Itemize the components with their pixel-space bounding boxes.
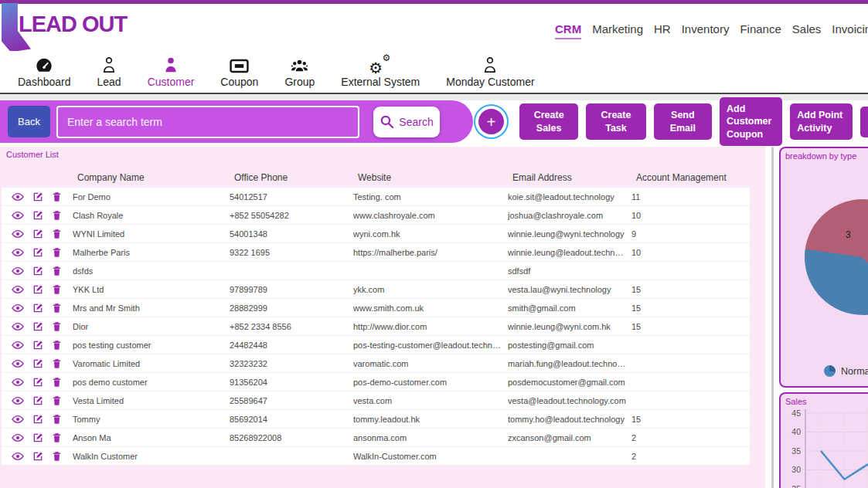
module-nav-label: Customer bbox=[148, 76, 195, 88]
view-icon[interactable] bbox=[12, 396, 24, 405]
scrollbar-thumb[interactable] bbox=[771, 147, 774, 488]
website-cell: WalkIn-Customer.com bbox=[353, 452, 508, 461]
edit-icon[interactable] bbox=[32, 358, 43, 369]
edit-icon[interactable] bbox=[32, 303, 43, 313]
delete-icon[interactable] bbox=[52, 210, 62, 221]
create-task-button[interactable]: Create Task bbox=[586, 103, 645, 140]
partial-action-button[interactable] bbox=[860, 107, 868, 137]
search-input[interactable] bbox=[56, 106, 359, 138]
add-button[interactable]: + bbox=[478, 109, 504, 134]
top-nav-sales[interactable]: Sales bbox=[792, 22, 822, 39]
app-logo[interactable]: LEAD OUT bbox=[2, 2, 127, 53]
delete-icon[interactable] bbox=[52, 321, 62, 332]
edit-icon[interactable] bbox=[32, 266, 43, 276]
breakdown-title: breakdown by type bbox=[781, 148, 868, 161]
edit-icon[interactable] bbox=[32, 451, 43, 462]
top-nav-inventory[interactable]: Inventory bbox=[682, 22, 730, 39]
view-icon[interactable] bbox=[12, 229, 24, 239]
company-cell: Anson Ma bbox=[73, 433, 230, 442]
view-icon[interactable] bbox=[12, 192, 24, 202]
account-cell: 15 bbox=[631, 322, 744, 331]
edit-icon[interactable] bbox=[32, 247, 43, 258]
table-header: Company Name Office Phone Website Email … bbox=[6, 172, 754, 183]
table-row: pos demo customer91356204pos-demo-custom… bbox=[2, 373, 750, 391]
add-customer-coupon-button[interactable]: Add Customer Coupon bbox=[720, 97, 782, 146]
row-actions bbox=[2, 284, 73, 295]
delete-icon[interactable] bbox=[52, 191, 62, 202]
phone-cell: 85692014 bbox=[230, 415, 353, 424]
edit-icon[interactable] bbox=[32, 210, 43, 221]
top-nav-invoicing[interactable]: Invoicing bbox=[832, 22, 868, 39]
phone-cell: 25589647 bbox=[230, 396, 353, 405]
phone-cell: 85268922008 bbox=[230, 433, 353, 442]
svg-text:35: 35 bbox=[791, 446, 801, 456]
view-icon[interactable] bbox=[12, 248, 24, 257]
edit-icon[interactable] bbox=[32, 229, 43, 239]
table-row: For Demo54012517Testing. comkoie.sit@lea… bbox=[2, 188, 750, 205]
phone-cell: 9322 1695 bbox=[230, 248, 353, 257]
send-email-button[interactable]: Send Email bbox=[654, 103, 712, 140]
view-icon[interactable] bbox=[12, 211, 24, 220]
edit-icon[interactable] bbox=[32, 191, 43, 202]
module-nav-label: Monday Customer bbox=[446, 76, 534, 88]
edit-icon[interactable] bbox=[32, 377, 43, 388]
top-nav-crm[interactable]: CRM bbox=[555, 22, 581, 39]
column-header: Website bbox=[358, 172, 512, 183]
edit-icon[interactable] bbox=[32, 395, 43, 406]
delete-icon[interactable] bbox=[52, 451, 62, 462]
view-icon[interactable] bbox=[12, 322, 24, 331]
delete-icon[interactable] bbox=[52, 395, 62, 406]
delete-icon[interactable] bbox=[52, 284, 62, 295]
module-nav-group[interactable]: Group bbox=[271, 56, 328, 88]
coupon-icon bbox=[230, 56, 249, 73]
module-nav-dashboard[interactable]: Dashboard bbox=[5, 56, 84, 88]
delete-icon[interactable] bbox=[52, 303, 62, 313]
view-icon[interactable] bbox=[12, 378, 24, 387]
edit-icon[interactable] bbox=[32, 414, 43, 425]
svg-text:25: 25 bbox=[791, 484, 801, 488]
delete-icon[interactable] bbox=[52, 247, 62, 258]
add-point-activity-button[interactable]: Add Point Activity bbox=[790, 103, 853, 140]
table-row: YKK Ltd97899789ykk.comvesta.lau@wyni.tec… bbox=[2, 280, 750, 298]
view-icon[interactable] bbox=[12, 341, 24, 350]
edit-icon[interactable] bbox=[32, 340, 43, 351]
delete-icon[interactable] bbox=[52, 266, 62, 276]
view-icon[interactable] bbox=[12, 285, 24, 294]
delete-icon[interactable] bbox=[52, 377, 62, 388]
pie-legend[interactable]: Normal bbox=[824, 365, 868, 377]
top-nav-finance[interactable]: Finance bbox=[740, 22, 781, 39]
search-button[interactable]: Search bbox=[373, 107, 440, 137]
company-cell: For Demo bbox=[73, 192, 230, 202]
row-actions bbox=[2, 451, 73, 462]
module-nav-external-system[interactable]: ⚙⚙ External System bbox=[328, 56, 433, 88]
pie-legend-label: Normal bbox=[841, 366, 868, 377]
edit-icon[interactable] bbox=[32, 284, 43, 295]
view-icon[interactable] bbox=[12, 266, 24, 276]
breakdown-panel: breakdown by type 3 Normal bbox=[779, 147, 868, 388]
view-icon[interactable] bbox=[12, 433, 24, 442]
module-nav-customer[interactable]: Customer bbox=[134, 56, 208, 88]
delete-icon[interactable] bbox=[52, 432, 62, 443]
delete-icon[interactable] bbox=[52, 414, 62, 425]
top-nav-hr[interactable]: HR bbox=[654, 22, 671, 39]
view-icon[interactable] bbox=[12, 415, 24, 424]
row-actions bbox=[2, 377, 73, 388]
delete-icon[interactable] bbox=[52, 340, 62, 351]
module-nav-monday-customer[interactable]: Monday Customer bbox=[433, 56, 547, 88]
create-sales-button[interactable]: Create Sales bbox=[519, 103, 578, 140]
back-button[interactable]: Back bbox=[8, 106, 50, 137]
delete-icon[interactable] bbox=[52, 229, 62, 239]
website-cell: pos-testing-customer@leadout.technology bbox=[353, 341, 508, 350]
view-icon[interactable] bbox=[12, 303, 24, 313]
top-nav-marketing[interactable]: Marketing bbox=[592, 22, 643, 39]
module-nav-lead[interactable]: Lead bbox=[84, 56, 134, 88]
delete-icon[interactable] bbox=[52, 358, 62, 369]
view-icon[interactable] bbox=[12, 359, 24, 368]
module-nav-coupon[interactable]: Coupon bbox=[207, 56, 271, 88]
view-icon[interactable] bbox=[12, 452, 24, 461]
user-outline-icon bbox=[101, 56, 117, 73]
sales-panel: Sales 4540353025 bbox=[779, 392, 868, 488]
edit-icon[interactable] bbox=[32, 321, 43, 332]
table-row: Mrs and Mr Smith28882999www.smith.com.uk… bbox=[2, 299, 750, 317]
edit-icon[interactable] bbox=[32, 432, 43, 443]
